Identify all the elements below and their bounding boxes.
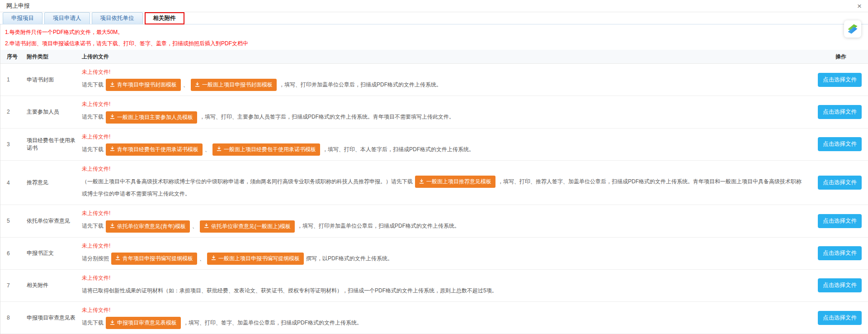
template-button-label: 一般面上项目经费包干使用承诺书模板 xyxy=(224,146,316,153)
attachment-row: 6 申报书正文 未上传文件! 请分别按照青年项目申报书编写提纲模板、一般面上项目… xyxy=(0,238,868,270)
download-icon xyxy=(110,114,115,120)
upload-instructions: 请先下载青年项目申报书封面模板、一般面上项目申报书封面模板，填写、打印并加盖单位… xyxy=(82,79,804,91)
upload-cell: 未上传文件! 请先下载青年项目申报书封面模板、一般面上项目申报书封面模板，填写、… xyxy=(82,64,804,95)
instruction-text: 请先下载 xyxy=(82,223,104,229)
action-cell: 点击选择文件 xyxy=(818,73,862,87)
template-download-button[interactable]: 一般面上项目申报书编写提纲模板 xyxy=(207,253,304,265)
download-icon xyxy=(110,223,115,229)
row-index: 1 xyxy=(7,76,27,83)
row-index: 6 xyxy=(7,250,27,257)
download-icon xyxy=(110,320,115,326)
select-file-button[interactable]: 点击选择文件 xyxy=(818,137,862,151)
attachment-type-label: 主要参加人员 xyxy=(27,108,82,116)
download-icon xyxy=(115,255,120,262)
upload-cell: 未上传文件! 请先下载依托单位审查意见(青年)模板、依托单位审查意见(一般面上)… xyxy=(82,205,804,237)
upload-status: 未上传文件! xyxy=(82,274,804,282)
attachment-type-label: 相关附件 xyxy=(27,282,82,289)
select-file-button[interactable]: 点击选择文件 xyxy=(818,246,862,260)
header-file: 上传的文件 xyxy=(82,53,804,61)
instruction-text: ，填写、打印、签字、加盖单位公章后，扫描成PDF格式的文件上传系统。 xyxy=(183,320,362,326)
template-download-button[interactable]: 一般面上项目主要参加人员模板 xyxy=(106,111,197,124)
download-icon xyxy=(110,146,115,153)
notice-line: 1.每类附件只传一个PDF格式的文件，最大50M。 xyxy=(5,27,863,38)
table-body: 1 申请书封面 未上传文件! 请先下载青年项目申报书封面模板、一般面上项目申报书… xyxy=(0,64,868,334)
tab-supporting-unit[interactable]: 项目依托单位 xyxy=(92,12,143,24)
instruction-text: 请先下载 xyxy=(82,114,104,120)
template-download-button[interactable]: 依托单位审查意见(一般面上)模板 xyxy=(200,220,295,233)
template-button-label: 青年项目申报书封面模板 xyxy=(117,81,177,89)
tab-applicant[interactable]: 项目申请人 xyxy=(44,12,90,24)
attachment-row: 3 项目经费包干使用承诺书 未上传文件! 请先下载青年项目经费包干使用承诺书模板… xyxy=(0,129,868,161)
attachment-row: 8 申报项目审查意见表 未上传文件! 请先下载申报项目审查意见表模板，填写、打印… xyxy=(0,302,868,334)
row-index: 2 xyxy=(7,109,27,115)
upload-instructions: 请将已取得创新性成果的证明材料（如：承担项目、获批经费、发表论文、获奖证书、授权… xyxy=(82,285,804,297)
select-file-button[interactable]: 点击选择文件 xyxy=(818,278,862,292)
row-index: 7 xyxy=(7,282,27,289)
template-download-button[interactable]: 青年项目申报书封面模板 xyxy=(106,79,181,91)
template-download-button[interactable]: 申报项目审查意见表模板 xyxy=(106,317,181,329)
action-cell: 点击选择文件 xyxy=(818,137,862,151)
template-download-button[interactable]: 依托单位审查意见(青年)模板 xyxy=(106,220,190,233)
select-file-button[interactable]: 点击选择文件 xyxy=(818,105,862,119)
tab-bar: 申报项目项目申请人项目依托单位相关附件 xyxy=(0,12,868,24)
attachment-type-label: 申报项目审查意见表 xyxy=(27,314,82,322)
upload-cell: 未上传文件! 请先下载申报项目审查意见表模板，填写、打印、签字、加盖单位公章后，… xyxy=(82,302,804,334)
select-file-button[interactable]: 点击选择文件 xyxy=(818,73,862,87)
s-logo-icon xyxy=(848,24,858,34)
attachment-type-label: 项目经费包干使用承诺书 xyxy=(27,137,82,152)
attachment-type-label: 依托单位审查意见 xyxy=(27,217,82,225)
upload-instructions: 请先下载申报项目审查意见表模板，填写、打印、签字、加盖单位公章后，扫描成PDF格… xyxy=(82,317,804,329)
template-download-button[interactable]: 一般面上项目申报书封面模板 xyxy=(191,79,277,91)
upload-status: 未上传文件! xyxy=(82,133,804,140)
template-download-button[interactable]: 一般面上项目经费包干使用承诺书模板 xyxy=(212,143,320,156)
upload-cell: 未上传文件! 请先下载一般面上项目主要参加人员模板，填写、打印、主要参加人员签字… xyxy=(82,96,804,128)
template-download-button[interactable]: 青年项目申报书编写提纲模板 xyxy=(111,253,197,265)
template-button-label: 一般面上项目申报书编写提纲模板 xyxy=(218,255,300,262)
header-action: 操作 xyxy=(820,53,862,61)
download-icon xyxy=(217,146,222,153)
select-file-button[interactable]: 点击选择文件 xyxy=(818,214,862,228)
download-icon xyxy=(211,255,216,262)
attachment-type-label: 推荐意见 xyxy=(27,179,82,186)
template-download-button[interactable]: 青年项目经费包干使用承诺书模板 xyxy=(106,143,203,156)
instruction-text: ，填写、打印并加盖单位公章后，扫描成PDF格式的文件上传系统。 xyxy=(297,223,460,229)
upload-cell: 未上传文件! 请分别按照青年项目申报书编写提纲模板、一般面上项目申报书编写提纲模… xyxy=(82,238,804,269)
upload-status: 未上传文件! xyxy=(82,210,804,217)
template-button-label: 一般面上项目推荐意见模板 xyxy=(426,178,491,186)
row-index: 5 xyxy=(7,218,27,224)
select-file-button[interactable]: 点击选择文件 xyxy=(818,311,862,325)
upload-instructions: 请分别按照青年项目申报书编写提纲模板、一般面上项目申报书编写提纲模板撰写，以PD… xyxy=(82,253,804,265)
select-file-button[interactable]: 点击选择文件 xyxy=(818,176,862,190)
attachment-row: 1 申请书封面 未上传文件! 请先下载青年项目申报书封面模板、一般面上项目申报书… xyxy=(0,64,868,96)
action-cell: 点击选择文件 xyxy=(818,311,862,325)
template-button-label: 一般面上项目主要参加人员模板 xyxy=(117,114,193,121)
header-index: 序号 xyxy=(7,53,27,61)
instruction-text: （一般面上项目中不具备高级技术职称或博士学位的中级职称申请者，须由两名同行高级专… xyxy=(82,178,413,185)
upload-status: 未上传文件! xyxy=(82,242,804,249)
template-button-label: 依托单位审查意见(青年)模板 xyxy=(117,223,186,230)
template-button-label: 依托单位审查意见(一般面上)模板 xyxy=(211,223,291,230)
action-cell: 点击选择文件 xyxy=(818,105,862,119)
row-index: 3 xyxy=(7,141,27,148)
template-button-label: 青年项目经费包干使用承诺书模板 xyxy=(117,146,198,153)
notice-line: 2.申请书封面、项目申报诚信承诺书，请先下载、打印、签字、盖章，扫描或拍照后插入… xyxy=(5,38,863,49)
action-cell: 点击选择文件 xyxy=(818,176,862,190)
attachments-panel: 1.每类附件只传一个PDF格式的文件，最大50M。2.申请书封面、项目申报诚信承… xyxy=(0,24,868,334)
template-download-button[interactable]: 一般面上项目推荐意见模板 xyxy=(415,176,495,188)
row-index: 4 xyxy=(7,180,27,186)
page-title: 网上申报 xyxy=(6,2,30,10)
tab-attachments[interactable]: 相关附件 xyxy=(145,12,184,24)
tab-declare-project[interactable]: 申报项目 xyxy=(3,12,42,24)
download-icon xyxy=(110,82,115,88)
instruction-text: 请将已取得创新性成果的证明材料（如：承担项目、获批经费、发表论文、获奖证书、授权… xyxy=(82,287,497,294)
action-cell: 点击选择文件 xyxy=(818,214,862,228)
instruction-text: 请分别按照 xyxy=(82,255,109,262)
row-index: 8 xyxy=(7,315,27,321)
upload-cell: 未上传文件! 请先下载青年项目经费包干使用承诺书模板、一般面上项目经费包干使用承… xyxy=(82,129,804,160)
instruction-text: ，填写、打印、本人签字后，扫描成PDF格式的文件上传系统。 xyxy=(322,146,474,153)
upload-instructions: 请先下载一般面上项目主要参加人员模板，填写、打印、主要参加人员签字后，扫描成PD… xyxy=(82,111,804,123)
sidebar-plugin-button[interactable] xyxy=(844,20,861,38)
close-icon[interactable]: × xyxy=(857,2,862,10)
upload-status: 未上传文件! xyxy=(82,306,804,314)
download-icon xyxy=(204,223,209,229)
